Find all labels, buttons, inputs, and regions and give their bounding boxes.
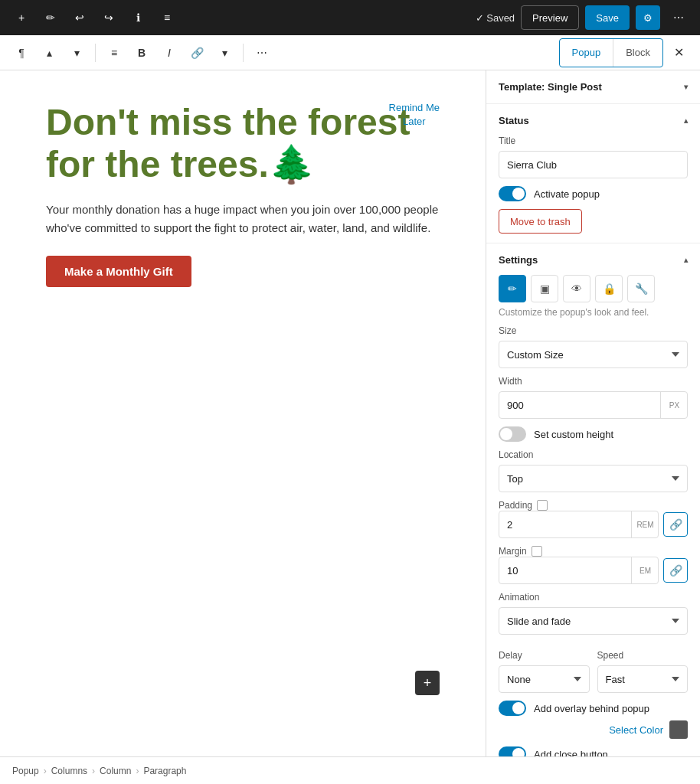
block-options-button[interactable]: ⋯ [250,41,274,65]
animation-label: Animation [499,592,688,603]
breadcrumb-columns[interactable]: Columns [51,766,87,776]
close-button-toggle[interactable] [499,746,526,756]
dots-icon: ⋯ [673,11,684,24]
settings-section: Settings ▴ ✏ ▣ 👁 🔒 🔧 Customize the popup… [486,243,700,756]
breadcrumb-sep-1: › [44,766,47,776]
edit-button[interactable]: ✏ [38,5,63,30]
margin-checkbox[interactable] [532,546,542,557]
breadcrumb-popup[interactable]: Popup [12,766,39,776]
delay-select[interactable]: None 1s 2s 3s 5s [499,665,590,693]
popup-body-text: Your monthly donation has a huge impact … [46,201,440,237]
breadcrumb-column[interactable]: Column [100,766,131,776]
custom-height-toggle[interactable] [499,426,526,442]
pencil-icon: ✏ [46,11,55,24]
visibility-icon-button[interactable]: 👁 [563,275,590,302]
width-input[interactable] [499,391,688,419]
bold-button[interactable]: B [129,41,154,65]
speed-select[interactable]: Fast Normal Slow [597,665,689,693]
custom-height-row: Set custom height [499,426,688,442]
margin-link-button[interactable]: 🔗 [663,558,688,583]
tab-block[interactable]: Block [613,39,662,67]
settings-icon-row: ✏ ▣ 👁 🔒 🔧 [499,275,688,302]
breadcrumb-paragraph[interactable]: Paragraph [143,766,186,776]
align-icon: ≡ [111,47,117,59]
move-up-button[interactable]: ▴ [37,41,61,65]
template-chevron-icon: ▾ [684,83,688,91]
undo-button[interactable]: ↩ [67,5,92,30]
delay-label: Delay [499,650,590,661]
activate-popup-toggle[interactable] [499,186,526,201]
select-color-row: Select Color [499,720,688,739]
more-options-button[interactable]: ⋯ [666,5,691,30]
status-label: Status [499,115,529,126]
design-icon-button[interactable]: ✏ [499,275,526,302]
location-select[interactable]: Top Bottom Center [499,465,688,492]
size-select[interactable]: Custom Size Small Medium Large Full Widt… [499,341,688,368]
settings-header[interactable]: Settings ▴ [499,253,688,267]
speed-label: Speed [597,650,689,661]
right-panel: Template: Single Post ▾ Status ▴ Title A… [486,70,700,756]
block-dots-icon: ⋯ [257,47,267,59]
italic-button[interactable]: I [157,41,182,65]
remind-me-later[interactable]: Remind MeLater [389,101,440,129]
cta-button[interactable]: Make a Monthly Gift [46,256,191,287]
top-toolbar: + ✏ ↩ ↪ ℹ ≡ ✓ Saved Preview Save ⚙ ⋯ [0,0,700,35]
save-button[interactable]: Save [585,5,630,30]
layout-icon-button[interactable]: ▣ [531,275,558,302]
tab-popup[interactable]: Popup [560,39,613,67]
width-label: Width [499,376,688,387]
info-button[interactable]: ℹ [126,5,150,30]
redo-button[interactable]: ↪ [96,5,121,30]
saved-indicator: ✓ Saved [476,12,515,24]
toolbar-left-group: + ✏ ↩ ↪ ℹ ≡ [9,5,179,30]
padding-link-button[interactable]: 🔗 [663,512,688,537]
template-header[interactable]: Template: Single Post ▾ [499,80,688,94]
align-button[interactable]: ≡ [102,41,126,65]
title-input[interactable] [499,151,688,178]
link-button[interactable]: 🔗 [185,41,209,65]
activate-popup-row: Activate popup [499,186,688,201]
overlay-toggle[interactable] [499,701,526,716]
animation-select[interactable]: Slide and fade Fade Slide None [499,607,688,635]
settings-button[interactable]: ⚙ [636,5,660,30]
redo-icon: ↪ [104,11,113,24]
breadcrumb-sep-3: › [136,766,139,776]
move-down-button[interactable]: ▾ [64,41,89,65]
title-label: Title [499,136,688,146]
padding-checkbox[interactable] [537,500,548,511]
add-block-toolbar-button[interactable]: + [9,5,34,30]
main-area: Remind MeLater Don't miss the forest for… [0,70,700,756]
editor-content: Remind MeLater Don't miss the forest for… [46,101,440,287]
move-to-trash-button[interactable]: Move to trash [499,209,582,234]
tools-icon-button[interactable]: 🔧 [627,275,655,302]
margin-label-row: Margin [499,546,688,557]
color-swatch[interactable] [669,720,688,739]
overlay-label: Add overlay behind popup [534,703,649,714]
more-rich-text-button[interactable]: ▾ [212,41,237,65]
list-button[interactable]: ≡ [155,5,179,30]
popup-heading: Don't miss the forest for the trees.🌲 [46,101,440,185]
select-color-link[interactable]: Select Color [609,724,663,736]
margin-input[interactable] [499,557,659,584]
close-panel-button[interactable]: ✕ [666,41,691,65]
padding-input-row: REM 🔗 [499,511,688,538]
list-icon: ≡ [164,11,170,24]
padding-label-row: Padding [499,500,688,511]
add-block-button[interactable]: + [415,671,440,695]
padding-input-group: REM [499,511,659,538]
preview-button[interactable]: Preview [521,5,579,30]
close-button-toggle-knob [512,748,525,756]
paragraph-type-button[interactable]: ¶ [9,41,34,65]
toolbar-divider-2 [243,44,244,62]
custom-height-knob [500,428,512,440]
status-header[interactable]: Status ▴ [499,113,688,128]
overlay-toggle-knob [512,702,525,714]
padding-input[interactable] [499,511,659,538]
template-section: Template: Single Post ▾ [486,70,700,104]
editor-area: Remind MeLater Don't miss the forest for… [0,70,486,756]
chevron-up-icon: ▴ [47,47,52,59]
location-label: Location [499,449,688,460]
breadcrumb-bar: Popup › Columns › Column › Paragraph [0,756,700,784]
lock-icon-button[interactable]: 🔒 [595,275,623,302]
overlay-row: Add overlay behind popup [499,701,688,716]
